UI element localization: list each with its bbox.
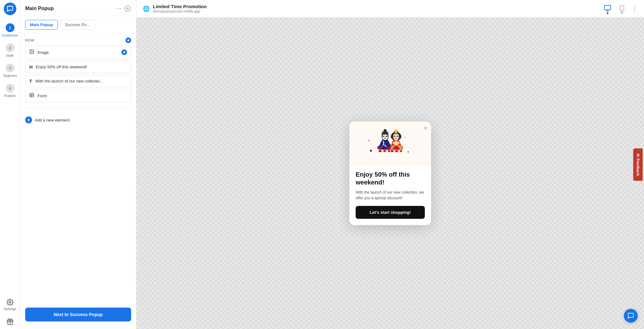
popup-card: × 🎎 ♦ ♦ ♦ ♦ 〜 Enjoy 50% off this weekend… bbox=[349, 122, 431, 225]
app-logo[interactable] bbox=[4, 3, 16, 15]
text-icon: T bbox=[29, 78, 32, 84]
plus-circle-icon bbox=[124, 5, 131, 12]
element-heading[interactable]: H Enjoy 50% off this weekend! bbox=[25, 61, 131, 73]
image-icon bbox=[29, 49, 34, 55]
sidebar-divider bbox=[25, 107, 131, 108]
desktop-dot bbox=[607, 12, 608, 14]
settings-icon bbox=[7, 299, 14, 306]
more-options-top-button[interactable]: ⋮ bbox=[631, 5, 638, 13]
next-to-success-button[interactable]: Next to Success Popup bbox=[25, 308, 131, 321]
element-image[interactable]: Image bbox=[25, 46, 131, 59]
site-url: demopopupsmart.netlify.app bbox=[153, 9, 207, 14]
svg-rect-8 bbox=[30, 93, 34, 97]
sidebar-header: Main Popup ⋯ bbox=[20, 0, 136, 16]
heading-left: H Enjoy 50% off this weekend! bbox=[29, 64, 87, 70]
form-icon bbox=[29, 93, 34, 99]
nav-step-3-segment[interactable]: 3 Segment bbox=[0, 60, 20, 81]
decoration-diamond-1: ♦ bbox=[370, 148, 372, 153]
decoration-diamond-2: ♦ bbox=[368, 139, 370, 142]
sidebar-header-actions: ⋯ bbox=[116, 5, 131, 12]
chat-icon bbox=[627, 312, 634, 319]
element-list: Image H Enjoy 50% off this weekend! T Wi… bbox=[20, 46, 136, 102]
site-info: Limited Time Promotion demopopupsmart.ne… bbox=[153, 4, 207, 14]
step-4-label: Publish bbox=[4, 94, 15, 98]
heading-label: Enjoy 50% off this weekend! bbox=[36, 65, 87, 69]
step-1-label: Customize bbox=[2, 33, 18, 37]
gift-icon bbox=[7, 318, 14, 325]
tab-main-popup[interactable]: Main Popup bbox=[25, 20, 58, 30]
mobile-icon bbox=[619, 5, 625, 11]
nav-step-1-customize[interactable]: 1 Customize bbox=[0, 20, 20, 40]
form-label: Form bbox=[37, 94, 47, 98]
popup-close-button[interactable]: × bbox=[424, 125, 427, 131]
image-header: Image bbox=[25, 46, 131, 59]
nav-step-2-style[interactable]: 2 Style bbox=[0, 40, 20, 60]
text-label: With the launch of our new collectio... bbox=[35, 79, 103, 83]
add-element-icon: + bbox=[25, 116, 32, 123]
image-header-left: Image bbox=[29, 49, 49, 55]
step-3-label: Segment bbox=[3, 74, 17, 77]
add-section-button[interactable] bbox=[124, 5, 131, 12]
image-radio[interactable] bbox=[121, 49, 127, 55]
svg-rect-12 bbox=[604, 5, 611, 10]
desktop-icon bbox=[604, 4, 611, 12]
svg-rect-15 bbox=[620, 6, 624, 11]
top-bar-center: ⋮ bbox=[602, 3, 638, 14]
step-2-circle: 2 bbox=[6, 43, 14, 52]
text-left: T With the launch of our new collectio..… bbox=[29, 78, 103, 84]
popup-image-area: 🎎 ♦ ♦ ♦ ♦ 〜 bbox=[349, 122, 431, 166]
step-3-circle: 3 bbox=[6, 64, 14, 72]
canvas-background: × 🎎 ♦ ♦ ♦ ♦ 〜 Enjoy 50% off this weekend… bbox=[136, 18, 644, 329]
element-text[interactable]: T With the launch of our new collectio..… bbox=[25, 75, 131, 87]
step-2-label: Style bbox=[6, 54, 14, 57]
decoration-diamond-3: ♦ bbox=[407, 150, 409, 154]
form-left: Form bbox=[29, 93, 47, 99]
row-radio[interactable] bbox=[125, 37, 131, 43]
site-title: Limited Time Promotion bbox=[153, 4, 207, 9]
desktop-view-button[interactable] bbox=[602, 3, 613, 14]
decoration-diamond-4: ♦ bbox=[404, 135, 406, 139]
tab-success-popup[interactable]: Success Po... bbox=[60, 20, 95, 30]
popup-mascot: 🎎 ♦ ♦ ♦ ♦ 〜 bbox=[373, 129, 408, 161]
popup-body: Enjoy 50% off this weekend! With the lau… bbox=[349, 166, 431, 225]
feedback-tab[interactable]: ✉ Feedback bbox=[633, 148, 642, 181]
add-element-label: Add a new element bbox=[35, 118, 69, 122]
feedback-icon: ✉ bbox=[636, 153, 640, 156]
feedback-label: Feedback bbox=[636, 158, 640, 176]
add-element-button[interactable]: + Add a new element bbox=[20, 113, 136, 127]
decoration-squiggle: 〜 bbox=[400, 146, 403, 150]
mobile-view-button[interactable] bbox=[618, 4, 626, 14]
sidebar-panel: Main Popup ⋯ Main Popup Success Po... RO… bbox=[20, 0, 136, 329]
mobile-dot bbox=[621, 12, 623, 14]
nav-gift[interactable] bbox=[0, 315, 20, 329]
image-label: Image bbox=[37, 50, 49, 55]
canvas-area: 🌐 Limited Time Promotion demopopupsmart.… bbox=[136, 0, 644, 329]
popup-tabs: Main Popup Success Po... bbox=[20, 16, 136, 34]
top-bar: 🌐 Limited Time Promotion demopopupsmart.… bbox=[136, 0, 644, 18]
nav-rail: 1 Customize 2 Style 3 Segment 4 Publish … bbox=[0, 0, 20, 329]
svg-point-0 bbox=[9, 301, 11, 303]
chat-button[interactable] bbox=[624, 309, 638, 323]
top-bar-left: 🌐 Limited Time Promotion demopopupsmart.… bbox=[143, 4, 207, 14]
step-4-circle: 4 bbox=[6, 84, 14, 93]
row-label: ROW bbox=[25, 38, 35, 42]
heading-icon: H bbox=[29, 64, 33, 70]
popup-cta-button[interactable]: Let's start shopping! bbox=[356, 206, 425, 219]
popup-subtext: With the launch of our new collection, w… bbox=[356, 190, 425, 201]
settings-label: Settings bbox=[4, 307, 16, 311]
nav-settings[interactable]: Settings bbox=[0, 295, 20, 315]
sidebar-panel-title: Main Popup bbox=[25, 6, 54, 11]
element-form[interactable]: Form bbox=[25, 89, 131, 102]
step-1-circle: 1 bbox=[6, 23, 14, 32]
row-section-header: ROW bbox=[20, 34, 136, 46]
nav-step-4-publish[interactable]: 4 Publish bbox=[0, 81, 20, 101]
globe-icon: 🌐 bbox=[143, 5, 150, 12]
more-options-button[interactable]: ⋯ bbox=[116, 5, 122, 12]
svg-point-7 bbox=[31, 51, 31, 51]
popup-heading: Enjoy 50% off this weekend! bbox=[356, 171, 425, 186]
